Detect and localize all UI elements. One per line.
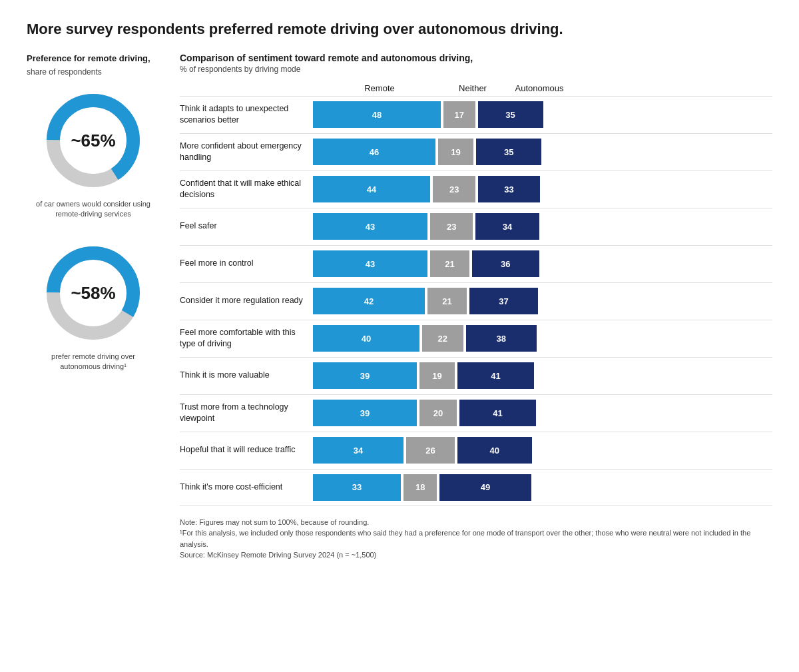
bar-remote: 43 bbox=[313, 250, 427, 277]
chart-row: Think it's more cost-efficient331849 bbox=[180, 469, 772, 506]
chart-row: Feel more comfortable with this type of … bbox=[180, 320, 772, 357]
bar-neither: 22 bbox=[422, 325, 463, 352]
bars-area: 461935 bbox=[313, 139, 541, 165]
footnote-1: Note: Figures may not sum to 100%, becau… bbox=[180, 517, 772, 528]
chart-row: Trust more from a technology viewpoint39… bbox=[180, 394, 772, 432]
bar-remote: 39 bbox=[313, 362, 417, 389]
donut-2-text: prefer remote driving over autonomous dr… bbox=[27, 352, 160, 372]
chart-header: Remote Neither Autonomous bbox=[313, 83, 772, 93]
bar-remote: 46 bbox=[313, 139, 435, 165]
donut-1-wrapper: ~65% bbox=[40, 87, 146, 194]
bar-remote: 44 bbox=[313, 176, 430, 202]
right-panel-title: Comparison of sentiment toward remote an… bbox=[180, 53, 772, 63]
chart-row: Consider it more regulation ready422137 bbox=[180, 282, 772, 320]
bars-area: 442333 bbox=[313, 176, 540, 202]
bars-area: 392041 bbox=[313, 400, 536, 426]
chart-row: Think it is more valuable391941 bbox=[180, 357, 772, 394]
bar-auto: 34 bbox=[475, 213, 539, 240]
col-header-neither: Neither bbox=[446, 83, 499, 93]
chart-row: Feel more in control432136 bbox=[180, 245, 772, 282]
row-label: Feel more comfortable with this type of … bbox=[180, 327, 313, 350]
row-label: Think it's more cost-efficient bbox=[180, 482, 313, 494]
donut-2-wrapper: ~58% bbox=[40, 240, 146, 346]
bars-area: 432334 bbox=[313, 213, 539, 240]
bar-remote: 48 bbox=[313, 101, 441, 128]
bars-area: 391941 bbox=[313, 362, 534, 389]
footnote-2: ¹For this analysis, we included only tho… bbox=[180, 527, 772, 549]
bar-remote: 42 bbox=[313, 288, 425, 314]
col-header-remote: Remote bbox=[313, 83, 446, 93]
main-title: More survey respondents preferred remote… bbox=[27, 20, 772, 39]
bar-auto: 49 bbox=[439, 474, 531, 501]
donut-2-container: ~58% prefer remote driving over autonomo… bbox=[27, 240, 160, 372]
bar-auto: 36 bbox=[472, 250, 539, 277]
left-panel-title: Preference for remote driving, bbox=[27, 53, 160, 65]
row-label: Confident that it will make ethical deci… bbox=[180, 178, 313, 201]
chart-row: Feel safer432334 bbox=[180, 208, 772, 245]
chart-row: Think it adapts to unexpected scenarios … bbox=[180, 96, 772, 133]
bar-auto: 35 bbox=[476, 139, 541, 165]
chart-row: Confident that it will make ethical deci… bbox=[180, 170, 772, 208]
bar-neither: 20 bbox=[419, 400, 457, 426]
bar-neither: 21 bbox=[430, 250, 469, 277]
row-label: Think it adapts to unexpected scenarios … bbox=[180, 103, 313, 127]
col-header-auto: Autonomous bbox=[499, 83, 579, 93]
bar-auto: 41 bbox=[459, 400, 536, 426]
donut-2-label: ~58% bbox=[71, 282, 115, 303]
bar-remote: 39 bbox=[313, 400, 417, 426]
bar-neither: 26 bbox=[406, 437, 455, 464]
content-area: Preference for remote driving, share of … bbox=[27, 53, 772, 561]
row-label: Consider it more regulation ready bbox=[180, 295, 313, 307]
bar-neither: 23 bbox=[433, 176, 475, 202]
donut-1-text: of car owners would consider using remot… bbox=[27, 199, 160, 220]
bar-neither: 21 bbox=[427, 288, 467, 314]
bar-remote: 40 bbox=[313, 325, 419, 352]
row-label: Think it is more valuable bbox=[180, 370, 313, 382]
chart-row: Hopeful that it will reduce traffic34264… bbox=[180, 432, 772, 469]
bar-auto: 33 bbox=[478, 176, 539, 202]
footnotes: Note: Figures may not sum to 100%, becau… bbox=[180, 517, 772, 561]
bar-auto: 41 bbox=[457, 362, 534, 389]
footnote-3: Source: McKinsey Remote Driving Survey 2… bbox=[180, 549, 772, 561]
bar-auto: 40 bbox=[457, 437, 532, 464]
row-label: More confident about emergency handling bbox=[180, 141, 313, 164]
row-label: Feel safer bbox=[180, 220, 313, 232]
bars-area: 432136 bbox=[313, 250, 539, 277]
donut-1-percent: ~65% bbox=[71, 130, 115, 151]
right-panel: Comparison of sentiment toward remote an… bbox=[180, 53, 772, 561]
chart-area: Remote Neither Autonomous Think it adapt… bbox=[180, 83, 772, 506]
bar-auto: 37 bbox=[469, 288, 539, 314]
bar-remote: 34 bbox=[313, 437, 403, 464]
chart-row: More confident about emergency handling4… bbox=[180, 133, 772, 170]
bars-area: 402238 bbox=[313, 325, 537, 352]
right-panel-subtitle: % of respondents by driving mode bbox=[180, 65, 772, 74]
bar-auto: 38 bbox=[466, 325, 537, 352]
bars-area: 342640 bbox=[313, 437, 532, 464]
donut-2-percent: ~58% bbox=[71, 282, 115, 303]
chart-rows: Think it adapts to unexpected scenarios … bbox=[180, 96, 772, 506]
bar-neither: 17 bbox=[443, 101, 475, 128]
bar-auto: 35 bbox=[478, 101, 543, 128]
row-label: Hopeful that it will reduce traffic bbox=[180, 444, 313, 456]
bar-neither: 18 bbox=[403, 474, 437, 501]
row-label: Trust more from a technology viewpoint bbox=[180, 402, 313, 425]
donut-1-container: ~65% of car owners would consider using … bbox=[27, 87, 160, 220]
left-panel: Preference for remote driving, share of … bbox=[27, 53, 160, 392]
bar-remote: 33 bbox=[313, 474, 401, 501]
bar-neither: 23 bbox=[430, 213, 473, 240]
row-label: Feel more in control bbox=[180, 258, 313, 270]
bars-area: 331849 bbox=[313, 474, 531, 501]
bar-neither: 19 bbox=[438, 139, 473, 165]
bar-remote: 43 bbox=[313, 213, 427, 240]
donut-1-label: ~65% bbox=[71, 130, 115, 151]
left-panel-subtitle: share of respondents bbox=[27, 67, 160, 77]
bars-area: 481735 bbox=[313, 101, 543, 128]
bars-area: 422137 bbox=[313, 288, 538, 314]
bar-neither: 19 bbox=[419, 362, 455, 389]
